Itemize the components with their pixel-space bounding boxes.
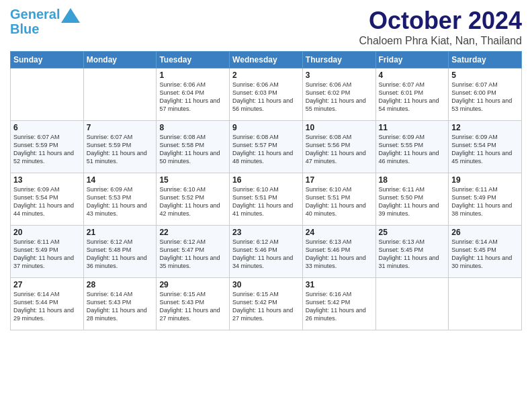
day-info: Sunrise: 6:11 AMSunset: 5:49 PMDaylight:… <box>13 238 81 271</box>
day-info: Sunrise: 6:14 AMSunset: 5:43 PMDaylight:… <box>87 290 154 323</box>
day-info: Sunrise: 6:14 AMSunset: 5:44 PMDaylight:… <box>13 290 81 323</box>
day-number: 3 <box>306 71 373 80</box>
day-info: Sunrise: 6:12 AMSunset: 5:48 PMDaylight:… <box>87 238 154 271</box>
day-info: Sunrise: 6:15 AMSunset: 5:42 PMDaylight:… <box>232 290 300 323</box>
calendar-cell: 1Sunrise: 6:06 AMSunset: 6:04 PMDaylight… <box>157 68 230 121</box>
day-info: Sunrise: 6:06 AMSunset: 6:04 PMDaylight:… <box>159 81 226 113</box>
day-info: Sunrise: 6:09 AMSunset: 5:54 PMDaylight:… <box>451 133 519 166</box>
calendar-cell: 23Sunrise: 6:12 AMSunset: 5:46 PMDayligh… <box>230 226 303 278</box>
logo-icon <box>61 8 80 23</box>
calendar-cell: 20Sunrise: 6:11 AMSunset: 5:49 PMDayligh… <box>11 226 84 278</box>
calendar-cell: 19Sunrise: 6:11 AMSunset: 5:49 PMDayligh… <box>449 173 522 226</box>
day-info: Sunrise: 6:10 AMSunset: 5:51 PMDaylight:… <box>306 185 373 218</box>
day-number: 12 <box>451 123 519 132</box>
day-info: Sunrise: 6:11 AMSunset: 5:49 PMDaylight:… <box>451 185 519 218</box>
day-info: Sunrise: 6:09 AMSunset: 5:55 PMDaylight:… <box>379 133 446 166</box>
day-header-saturday: Saturday <box>449 52 522 68</box>
day-number: 26 <box>451 228 519 237</box>
day-info: Sunrise: 6:15 AMSunset: 5:43 PMDaylight:… <box>159 290 226 323</box>
logo: General Blue <box>10 7 80 36</box>
day-header-tuesday: Tuesday <box>157 52 230 68</box>
calendar-cell: 8Sunrise: 6:08 AMSunset: 5:58 PMDaylight… <box>157 121 230 173</box>
calendar-cell: 29Sunrise: 6:15 AMSunset: 5:43 PMDayligh… <box>157 278 230 330</box>
day-info: Sunrise: 6:06 AMSunset: 6:03 PMDaylight:… <box>232 81 300 113</box>
day-header-friday: Friday <box>375 52 449 68</box>
day-number: 31 <box>306 280 373 289</box>
day-number: 2 <box>232 71 300 80</box>
calendar-cell: 30Sunrise: 6:15 AMSunset: 5:42 PMDayligh… <box>230 278 303 330</box>
day-info: Sunrise: 6:12 AMSunset: 5:47 PMDaylight:… <box>159 238 226 271</box>
day-number: 14 <box>87 175 154 185</box>
page: General Blue October 2024 Chaloem Phra K… <box>0 0 532 411</box>
calendar-cell: 28Sunrise: 6:14 AMSunset: 5:43 PMDayligh… <box>83 278 157 330</box>
day-number: 10 <box>306 123 373 132</box>
calendar-week-3: 13Sunrise: 6:09 AMSunset: 5:54 PMDayligh… <box>11 173 522 226</box>
day-number: 17 <box>306 175 373 185</box>
day-number: 20 <box>13 228 81 237</box>
day-number: 25 <box>379 228 446 237</box>
day-number: 30 <box>232 280 300 289</box>
calendar-cell: 25Sunrise: 6:13 AMSunset: 5:45 PMDayligh… <box>375 226 449 278</box>
svg-marker-0 <box>61 8 80 23</box>
day-number: 7 <box>87 123 154 132</box>
calendar-cell: 10Sunrise: 6:08 AMSunset: 5:56 PMDayligh… <box>302 121 375 173</box>
day-number: 24 <box>306 228 373 237</box>
location-title: Chaloem Phra Kiat, Nan, Thailand <box>359 35 522 47</box>
day-header-monday: Monday <box>83 52 157 68</box>
day-number: 13 <box>13 175 81 185</box>
day-number: 8 <box>159 123 226 132</box>
calendar-cell: 4Sunrise: 6:07 AMSunset: 6:01 PMDaylight… <box>375 68 449 121</box>
day-info: Sunrise: 6:07 AMSunset: 5:59 PMDaylight:… <box>87 133 154 166</box>
calendar-cell: 16Sunrise: 6:10 AMSunset: 5:51 PMDayligh… <box>230 173 303 226</box>
day-info: Sunrise: 6:10 AMSunset: 5:52 PMDaylight:… <box>159 185 226 218</box>
day-number: 15 <box>159 175 226 185</box>
calendar-cell: 15Sunrise: 6:10 AMSunset: 5:52 PMDayligh… <box>157 173 230 226</box>
day-header-wednesday: Wednesday <box>230 52 303 68</box>
day-number: 19 <box>451 175 519 185</box>
calendar-cell: 6Sunrise: 6:07 AMSunset: 5:59 PMDaylight… <box>11 121 84 173</box>
day-header-thursday: Thursday <box>302 52 375 68</box>
calendar-cell <box>375 278 449 330</box>
calendar-week-1: 1Sunrise: 6:06 AMSunset: 6:04 PMDaylight… <box>11 68 522 121</box>
day-number: 16 <box>232 175 300 185</box>
day-info: Sunrise: 6:08 AMSunset: 5:58 PMDaylight:… <box>159 133 226 166</box>
calendar-cell: 3Sunrise: 6:06 AMSunset: 6:02 PMDaylight… <box>302 68 375 121</box>
day-info: Sunrise: 6:09 AMSunset: 5:53 PMDaylight:… <box>87 185 154 218</box>
day-info: Sunrise: 6:10 AMSunset: 5:51 PMDaylight:… <box>232 185 300 218</box>
day-info: Sunrise: 6:16 AMSunset: 5:42 PMDaylight:… <box>306 290 373 323</box>
calendar-cell: 9Sunrise: 6:08 AMSunset: 5:57 PMDaylight… <box>230 121 303 173</box>
calendar-cell: 21Sunrise: 6:12 AMSunset: 5:48 PMDayligh… <box>83 226 157 278</box>
calendar-cell <box>449 278 522 330</box>
calendar-cell: 12Sunrise: 6:09 AMSunset: 5:54 PMDayligh… <box>449 121 522 173</box>
day-number: 28 <box>87 280 154 289</box>
day-number: 18 <box>379 175 446 185</box>
day-info: Sunrise: 6:08 AMSunset: 5:57 PMDaylight:… <box>232 133 300 166</box>
day-info: Sunrise: 6:07 AMSunset: 5:59 PMDaylight:… <box>13 133 81 166</box>
day-number: 6 <box>13 123 81 132</box>
calendar-cell: 13Sunrise: 6:09 AMSunset: 5:54 PMDayligh… <box>11 173 84 226</box>
day-info: Sunrise: 6:09 AMSunset: 5:54 PMDaylight:… <box>13 185 81 218</box>
calendar-cell: 2Sunrise: 6:06 AMSunset: 6:03 PMDaylight… <box>230 68 303 121</box>
day-number: 1 <box>159 71 226 80</box>
month-title: October 2024 <box>359 7 522 35</box>
day-info: Sunrise: 6:11 AMSunset: 5:50 PMDaylight:… <box>379 185 446 218</box>
calendar-week-5: 27Sunrise: 6:14 AMSunset: 5:44 PMDayligh… <box>11 278 522 330</box>
calendar-cell <box>83 68 157 121</box>
title-section: October 2024 Chaloem Phra Kiat, Nan, Tha… <box>359 7 522 47</box>
day-number: 11 <box>379 123 446 132</box>
calendar-cell: 18Sunrise: 6:11 AMSunset: 5:50 PMDayligh… <box>375 173 449 226</box>
logo-general: General <box>10 7 60 21</box>
day-info: Sunrise: 6:13 AMSunset: 5:45 PMDaylight:… <box>379 238 446 271</box>
day-number: 5 <box>451 71 519 80</box>
calendar-cell <box>11 68 84 121</box>
day-info: Sunrise: 6:08 AMSunset: 5:56 PMDaylight:… <box>306 133 373 166</box>
day-info: Sunrise: 6:13 AMSunset: 5:46 PMDaylight:… <box>306 238 373 271</box>
day-number: 21 <box>87 228 154 237</box>
calendar-cell: 31Sunrise: 6:16 AMSunset: 5:42 PMDayligh… <box>302 278 375 330</box>
day-header-sunday: Sunday <box>11 52 84 68</box>
calendar-cell: 26Sunrise: 6:14 AMSunset: 5:45 PMDayligh… <box>449 226 522 278</box>
calendar-week-2: 6Sunrise: 6:07 AMSunset: 5:59 PMDaylight… <box>11 121 522 173</box>
calendar-cell: 5Sunrise: 6:07 AMSunset: 6:00 PMDaylight… <box>449 68 522 121</box>
day-number: 22 <box>159 228 226 237</box>
day-info: Sunrise: 6:12 AMSunset: 5:46 PMDaylight:… <box>232 238 300 271</box>
